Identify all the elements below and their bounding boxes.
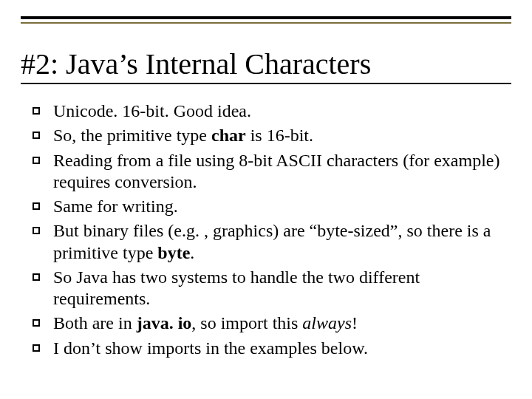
slide-title: #2: Java’s Internal Characters	[21, 49, 511, 80]
list-item-text: I don’t show imports in the examples bel…	[53, 338, 368, 358]
list-item-text: Same for writing.	[53, 197, 178, 216]
list-item-text: So Java has two systems to handle the tw…	[53, 267, 420, 308]
slide: #2: Java’s Internal Characters Unicode. …	[0, 0, 532, 399]
square-bullet-icon	[33, 273, 40, 281]
square-bullet-icon	[33, 227, 40, 234]
list-item-text: Reading from a file using 8-bit ASCII ch…	[53, 151, 499, 191]
square-bullet-icon	[33, 132, 40, 139]
square-bullet-icon	[33, 157, 40, 164]
list-item: Reading from a file using 8-bit ASCII ch…	[21, 150, 511, 194]
bullet-list: Unicode. 16-bit. Good idea.So, the primi…	[21, 100, 511, 359]
top-rule-thick	[21, 16, 511, 19]
square-bullet-icon	[33, 107, 40, 115]
list-item: Same for writing.	[21, 196, 511, 217]
list-item-text: So, the primitive type char is 16-bit.	[53, 126, 313, 145]
square-bullet-icon	[33, 319, 40, 327]
list-item: So Java has two systems to handle the tw…	[21, 267, 511, 310]
title-underline	[21, 83, 511, 84]
square-bullet-icon	[33, 202, 40, 210]
list-item-text: Both are in java. io, so import this alw…	[53, 313, 358, 332]
list-item: Unicode. 16-bit. Good idea.	[21, 100, 511, 122]
list-item: Both are in java. io, so import this alw…	[21, 313, 511, 334]
list-item: But binary files (e.g. , graphics) are “…	[21, 220, 511, 264]
list-item: So, the primitive type char is 16-bit.	[21, 125, 511, 146]
top-rule-thin	[21, 22, 511, 24]
list-item-text: But binary files (e.g. , graphics) are “…	[53, 221, 491, 262]
list-item: I don’t show imports in the examples bel…	[21, 338, 511, 359]
square-bullet-icon	[33, 344, 40, 352]
list-item-text: Unicode. 16-bit. Good idea.	[53, 101, 251, 120]
